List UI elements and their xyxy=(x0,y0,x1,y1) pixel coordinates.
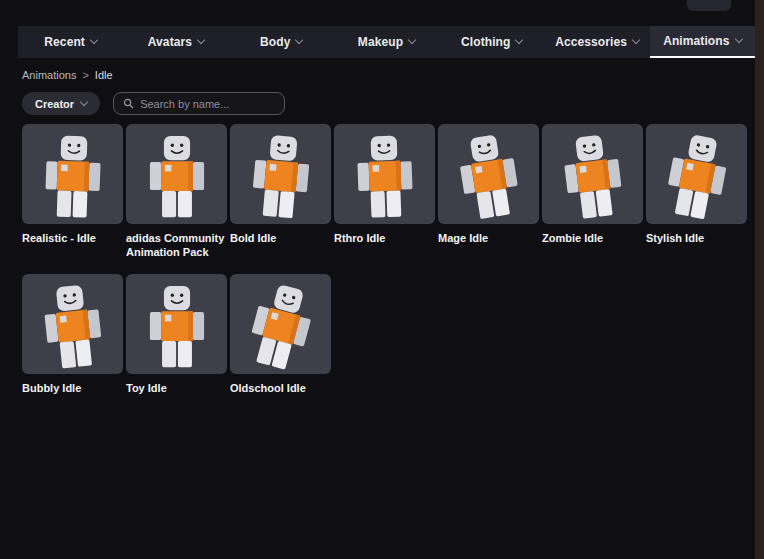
roblox-avatar-figure xyxy=(135,280,219,374)
search-icon xyxy=(123,98,134,109)
animation-card-label: Toy Idle xyxy=(126,374,227,424)
window-edge xyxy=(755,0,764,559)
tab-label: Accessories xyxy=(555,35,627,49)
chevron-down-icon xyxy=(408,36,416,44)
breadcrumb-separator: > xyxy=(82,69,88,81)
animation-card-label: Rthro Idle xyxy=(334,224,435,274)
roblox-avatar-figure xyxy=(235,127,327,224)
animation-card-label: Bubbly Idle xyxy=(22,374,123,424)
breadcrumb-idle: Idle xyxy=(95,69,113,81)
roblox-avatar-figure xyxy=(545,125,640,224)
animation-card-stylish-idle[interactable]: Stylish Idle xyxy=(646,124,747,274)
tab-clothing[interactable]: Clothing xyxy=(439,26,544,58)
chevron-down-icon xyxy=(632,36,640,44)
animation-card-label: Mage Idle xyxy=(438,224,539,274)
chevron-down-icon xyxy=(734,35,742,43)
animation-card-label: Realistic - Idle xyxy=(22,224,123,274)
search-box[interactable] xyxy=(113,92,285,115)
animation-thumbnail[interactable] xyxy=(22,274,123,374)
tab-label: Makeup xyxy=(358,35,403,49)
animation-thumbnail[interactable] xyxy=(126,274,227,374)
avatar-figure xyxy=(551,130,635,224)
top-right-button[interactable] xyxy=(687,0,731,11)
avatar-figure xyxy=(31,280,115,374)
avatar-figure xyxy=(343,130,427,224)
tab-label: Recent xyxy=(44,35,85,49)
animation-card-bubbly-idle[interactable]: Bubbly Idle xyxy=(22,274,123,424)
animation-thumbnail[interactable] xyxy=(542,124,643,224)
roblox-avatar-figure xyxy=(440,124,538,224)
avatar-figure xyxy=(31,130,115,224)
tab-recent[interactable]: Recent xyxy=(18,26,123,58)
animation-card-zombie-idle[interactable]: Zombie Idle xyxy=(542,124,643,274)
chevron-down-icon xyxy=(90,36,98,44)
tab-makeup[interactable]: Makeup xyxy=(334,26,439,58)
search-input[interactable] xyxy=(140,98,275,110)
animation-card-label: Oldschool Idle xyxy=(230,374,331,424)
roblox-avatar-figure xyxy=(341,129,428,224)
filter-row: Creator xyxy=(22,92,285,115)
tab-body[interactable]: Body xyxy=(229,26,334,58)
animation-card-mage-idle[interactable]: Mage Idle xyxy=(438,124,539,274)
animation-thumbnail[interactable] xyxy=(126,124,227,224)
animation-thumbnail[interactable] xyxy=(438,124,539,224)
tab-avatars[interactable]: Avatars xyxy=(123,26,228,58)
animation-thumbnail[interactable] xyxy=(230,124,331,224)
animation-card-label: adidas Community Animation Pack xyxy=(126,224,227,274)
avatar-figure xyxy=(135,280,219,374)
animation-thumbnail[interactable] xyxy=(230,274,331,374)
breadcrumb: Animations > Idle xyxy=(22,69,113,81)
chevron-down-icon xyxy=(197,36,205,44)
chevron-down-icon xyxy=(295,36,303,44)
avatar-figure xyxy=(135,130,219,224)
avatar-figure xyxy=(239,280,323,374)
animations-grid: Realistic - Idle adidas Community Animat… xyxy=(22,124,747,424)
tab-label: Clothing xyxy=(461,35,510,49)
animation-card-realistic-idle[interactable]: Realistic - Idle xyxy=(22,124,123,274)
creator-filter-button[interactable]: Creator xyxy=(22,92,100,115)
animation-card-label: Bold Idle xyxy=(230,224,331,274)
animation-card-bold-idle[interactable]: Bold Idle xyxy=(230,124,331,274)
roblox-avatar-figure xyxy=(29,129,116,224)
animation-card-rthro-idle[interactable]: Rthro Idle xyxy=(334,124,435,274)
avatar-figure xyxy=(239,130,323,224)
creator-filter-label: Creator xyxy=(35,98,74,110)
roblox-avatar-figure xyxy=(646,124,746,224)
tab-label: Animations xyxy=(663,34,729,48)
breadcrumb-animations[interactable]: Animations xyxy=(22,69,76,81)
tab-label: Avatars xyxy=(148,35,192,49)
category-tabbar: Recent Avatars Body Makeup Clothing Acce… xyxy=(18,26,755,58)
animation-thumbnail[interactable] xyxy=(646,124,747,224)
animation-thumbnail[interactable] xyxy=(334,124,435,224)
animation-card-toy-idle[interactable]: Toy Idle xyxy=(126,274,227,424)
animation-thumbnail[interactable] xyxy=(22,124,123,224)
tab-label: Body xyxy=(260,35,290,49)
tab-animations[interactable]: Animations xyxy=(650,26,755,58)
roblox-avatar-figure xyxy=(230,274,331,374)
avatar-figure xyxy=(447,130,531,224)
animation-card-label: Zombie Idle xyxy=(542,224,643,274)
animation-card-adidas-pack[interactable]: adidas Community Animation Pack xyxy=(126,124,227,274)
roblox-avatar-figure xyxy=(26,276,119,374)
roblox-avatar-figure xyxy=(135,130,219,224)
chevron-down-icon xyxy=(80,97,88,105)
chevron-down-icon xyxy=(515,36,523,44)
animation-card-label: Stylish Idle xyxy=(646,224,747,274)
animation-card-oldschool-idle[interactable]: Oldschool Idle xyxy=(230,274,331,424)
avatar-figure xyxy=(655,130,739,224)
tab-accessories[interactable]: Accessories xyxy=(544,26,649,58)
